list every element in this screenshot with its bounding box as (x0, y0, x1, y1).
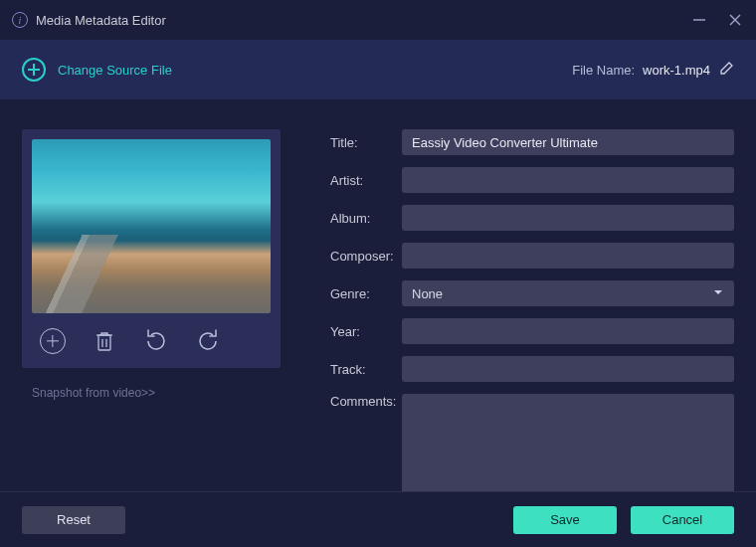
title-input[interactable] (402, 129, 734, 155)
footer-bar: Reset Save Cancel (0, 491, 756, 547)
composer-label: Composer: (330, 249, 402, 264)
svg-rect-3 (98, 335, 110, 350)
header-bar: Change Source File File Name: work-1.mp4 (0, 40, 756, 99)
metadata-form: Title: Artist: Album: Composer: Genre: N… (330, 129, 734, 491)
minimize-button[interactable] (690, 11, 708, 29)
thumbnail-panel: Snapshot from video>> (22, 129, 281, 491)
add-thumbnail-button[interactable] (40, 328, 66, 354)
chevron-down-icon (712, 286, 724, 301)
file-name-value: work-1.mp4 (643, 63, 710, 78)
main-content: Snapshot from video>> Title: Artist: Alb… (0, 99, 756, 491)
save-button[interactable]: Save (513, 506, 617, 534)
edit-filename-button[interactable] (718, 61, 734, 80)
year-label: Year: (330, 324, 402, 339)
title-label: Title: (330, 135, 402, 150)
thumbnail-toolbar (32, 313, 271, 368)
genre-label: Genre: (330, 286, 402, 301)
reset-button[interactable]: Reset (22, 506, 125, 534)
title-bar: i Media Metadata Editor (0, 0, 756, 40)
change-source-label: Change Source File (58, 63, 172, 78)
thumbnail-image (32, 139, 271, 313)
change-source-button[interactable]: Change Source File (22, 58, 172, 82)
cancel-button[interactable]: Cancel (631, 506, 734, 534)
year-input[interactable] (402, 318, 734, 344)
comments-textarea[interactable] (402, 394, 734, 493)
album-label: Album: (330, 211, 402, 226)
rotate-cw-button[interactable] (195, 328, 221, 354)
close-button[interactable] (726, 11, 744, 29)
plus-circle-icon (22, 58, 46, 82)
artist-label: Artist: (330, 173, 402, 188)
track-label: Track: (330, 362, 402, 377)
composer-input[interactable] (402, 243, 734, 269)
file-name-label: File Name: (572, 63, 635, 78)
delete-thumbnail-button[interactable] (92, 328, 117, 354)
genre-selected-value: None (412, 286, 443, 301)
artist-input[interactable] (402, 167, 734, 193)
rotate-ccw-button[interactable] (143, 328, 169, 354)
snapshot-from-video-link[interactable]: Snapshot from video>> (22, 386, 281, 400)
comments-label: Comments: (330, 394, 402, 409)
thumbnail-frame (22, 129, 281, 368)
window-title: Media Metadata Editor (36, 13, 166, 28)
album-input[interactable] (402, 205, 734, 231)
app-info-icon: i (12, 12, 28, 28)
track-input[interactable] (402, 356, 734, 382)
genre-select[interactable]: None (402, 280, 734, 306)
